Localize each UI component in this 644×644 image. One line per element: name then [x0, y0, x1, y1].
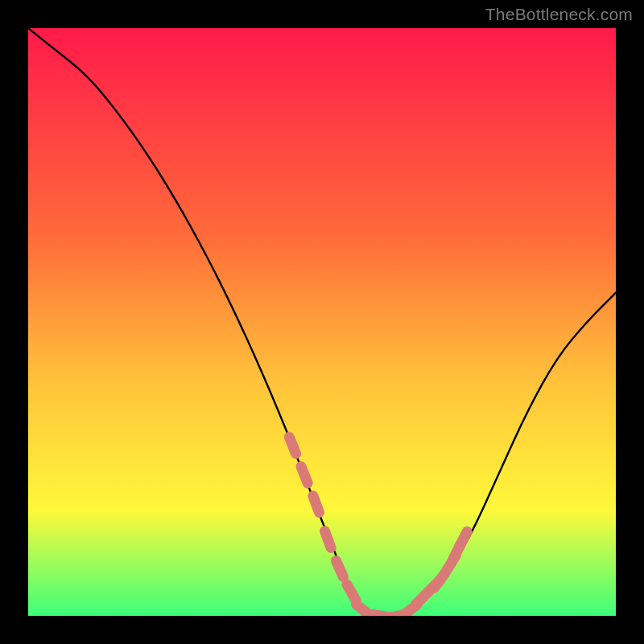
highlight-marker [336, 561, 343, 577]
bottleneck-chart [28, 28, 616, 616]
plot-area [28, 28, 616, 616]
chart-frame: TheBottleneck.com [0, 0, 644, 644]
highlight-marker [459, 531, 467, 547]
highlight-marker [289, 437, 295, 453]
highlight-marker [301, 467, 308, 483]
highlight-marker [325, 531, 332, 548]
watermark-text: TheBottleneck.com [485, 5, 633, 24]
highlight-marker [313, 496, 320, 513]
